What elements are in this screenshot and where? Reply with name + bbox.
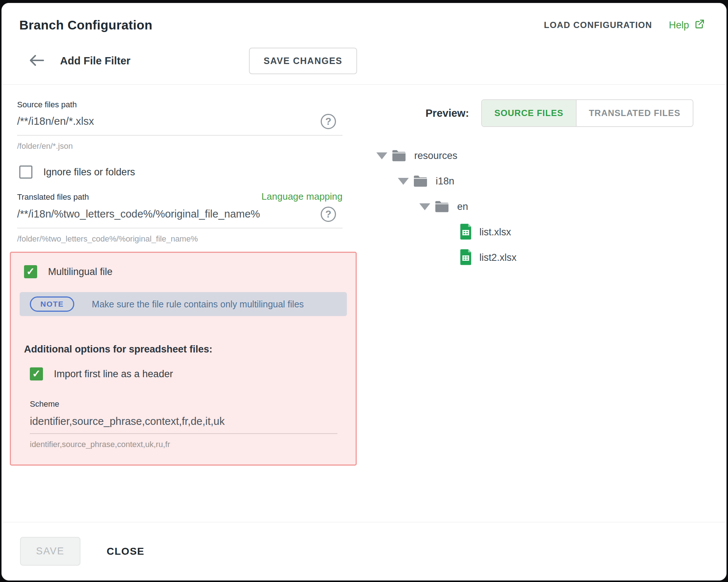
spreadsheet-file-icon <box>459 249 473 266</box>
help-link[interactable]: Help <box>669 19 705 32</box>
source-files-path-input[interactable]: /**/i18n/en/*.xlsx <box>17 115 94 127</box>
file-filter-form: Source files path /**/i18n/en/*.xlsx ? /… <box>2 85 358 522</box>
save-changes-button[interactable]: SAVE CHANGES <box>249 48 357 74</box>
chevron-down-icon[interactable] <box>419 203 430 210</box>
preview-panel: Preview: SOURCE FILESTRANSLATED FILES re… <box>358 85 726 522</box>
external-link-icon <box>694 19 705 32</box>
language-mapping-link[interactable]: Language mapping <box>261 191 343 202</box>
preview-toggle: SOURCE FILESTRANSLATED FILES <box>481 99 693 127</box>
spreadsheet-options-heading: Additional options for spreadsheet files… <box>24 344 348 355</box>
folder-icon <box>434 200 451 214</box>
chevron-down-icon[interactable] <box>376 152 387 159</box>
translated-files-path-input[interactable]: /**/i18n/%two_letters_code%/%original_fi… <box>17 208 260 220</box>
note-badge: NOTE <box>30 296 74 312</box>
multilingual-file-label[interactable]: Multilingual file <box>48 266 112 278</box>
source-files-path-label: Source files path <box>17 100 343 109</box>
close-button[interactable]: CLOSE <box>107 546 145 557</box>
folder-icon <box>391 149 408 163</box>
dialog-footer: SAVE CLOSE <box>2 522 726 580</box>
multilingual-options-highlight: ✓ Multilingual file NOTE Make sure the f… <box>10 252 357 466</box>
multilingual-file-checkbox-row[interactable]: ✓ Multilingual file <box>24 265 348 278</box>
tree-item-name: i18n <box>436 176 454 187</box>
source-files-path-helper: /folder/en/*.json <box>17 141 343 151</box>
note-text: Make sure the file rule contains only mu… <box>92 299 304 310</box>
translated-files-path-label: Translated files path <box>17 192 89 202</box>
branch-configuration-dialog: Branch Configuration LOAD CONFIGURATION … <box>1 3 727 581</box>
spreadsheet-file-icon <box>459 224 473 240</box>
tree-row-list.xlsx[interactable]: list.xlsx <box>358 219 726 245</box>
folder-icon <box>412 174 429 188</box>
scheme-label: Scheme <box>30 399 337 409</box>
save-button[interactable]: SAVE <box>20 537 80 566</box>
import-first-line-checkbox[interactable]: ✓ <box>30 367 43 380</box>
scheme-helper: identifier,source_phrase,context,uk,ru,f… <box>30 440 337 449</box>
ignore-files-label[interactable]: Ignore files or folders <box>43 167 135 178</box>
import-first-line-checkbox-row[interactable]: ✓ Import first line as a header <box>30 367 348 380</box>
check-icon: ✓ <box>32 369 40 379</box>
tree-row-i18n[interactable]: i18n <box>358 168 726 194</box>
tree-row-list2.xlsx[interactable]: list2.xlsx <box>358 245 726 270</box>
help-link-label: Help <box>669 20 689 31</box>
tree-row-en[interactable]: en <box>358 194 726 219</box>
check-icon: ✓ <box>26 267 35 277</box>
preview-tab-source-files[interactable]: SOURCE FILES <box>482 100 575 126</box>
ignore-files-checkbox-row[interactable]: Ignore files or folders <box>19 166 358 179</box>
scheme-input[interactable]: identifier,source_phrase,context,fr,de,i… <box>30 415 225 427</box>
preview-label: Preview: <box>426 107 469 119</box>
import-first-line-label[interactable]: Import first line as a header <box>54 368 173 380</box>
tree-row-resources[interactable]: resources <box>358 143 726 168</box>
file-tree: resourcesi18nenlist.xlsxlist2.xlsx <box>358 143 726 270</box>
multilingual-file-checkbox[interactable]: ✓ <box>24 265 37 278</box>
ignore-files-checkbox[interactable] <box>19 166 32 179</box>
preview-tab-translated-files[interactable]: TRANSLATED FILES <box>576 100 693 126</box>
translated-files-path-helper: /folder/%two_letters_code%/%original_fil… <box>17 234 343 244</box>
question-circle-icon[interactable]: ? <box>321 114 336 129</box>
page-title: Branch Configuration <box>19 18 153 32</box>
dialog-header: Branch Configuration LOAD CONFIGURATION … <box>2 3 726 85</box>
question-circle-icon[interactable]: ? <box>321 207 336 222</box>
note-banner: NOTE Make sure the file rule contains on… <box>20 292 347 316</box>
tree-item-name: en <box>457 201 468 212</box>
load-configuration-button[interactable]: LOAD CONFIGURATION <box>544 20 652 30</box>
tree-item-name: list2.xlsx <box>479 252 517 263</box>
tree-item-name: resources <box>414 150 458 162</box>
arrow-left-icon <box>28 54 45 68</box>
tree-item-name: list.xlsx <box>479 227 511 238</box>
chevron-down-icon[interactable] <box>398 178 409 185</box>
back-button[interactable] <box>28 54 45 68</box>
subpage-title: Add File Filter <box>60 55 130 67</box>
